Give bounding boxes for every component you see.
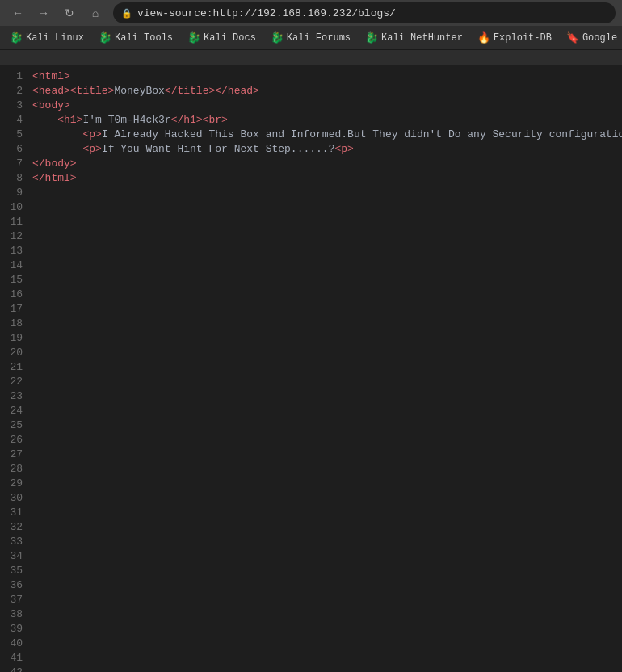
line-number-34: 34 xyxy=(0,549,32,564)
source-line-9: 9 xyxy=(0,186,622,200)
line-number-13: 13 xyxy=(0,244,32,258)
source-line-8: 8</html> xyxy=(0,171,622,186)
bookmark-exploit-db[interactable]: 🔥Exploit-DB xyxy=(471,28,558,48)
source-line-41: 41 xyxy=(0,651,622,666)
line-number-2: 2 xyxy=(0,84,32,99)
bookmark-label-kali-docs: Kali Docs xyxy=(204,32,256,44)
back-button[interactable]: ← xyxy=(6,3,29,23)
line-number-33: 33 xyxy=(0,535,32,549)
bookmark-label-kali-nethunter: Kali NetHunter xyxy=(381,32,463,44)
forward-button[interactable]: → xyxy=(32,3,55,23)
source-line-25: 25 xyxy=(0,418,622,433)
source-line-29: 29 xyxy=(0,477,622,491)
source-line-14: 14 xyxy=(0,258,622,273)
line-number-27: 27 xyxy=(0,447,32,462)
source-line-36: 36 xyxy=(0,578,622,593)
line-number-42: 42 xyxy=(0,666,32,672)
home-button[interactable]: ⌂ xyxy=(84,3,107,23)
line-content-1: <html> xyxy=(32,69,70,84)
bookmark-label-kali-linux: Kali Linux xyxy=(26,32,84,44)
line-number-28: 28 xyxy=(0,462,32,477)
bookmark-kali-tools[interactable]: 🐉Kali Tools xyxy=(92,28,179,48)
source-line-24: 24 xyxy=(0,404,622,418)
source-line-20: 20 xyxy=(0,346,622,360)
line-number-20: 20 xyxy=(0,346,32,360)
line-number-16: 16 xyxy=(0,288,32,302)
title-bar: ← → ↻ ⌂ 🔒 xyxy=(0,0,622,26)
address-bar-container: 🔒 xyxy=(113,2,616,23)
line-number-12: 12 xyxy=(0,229,32,244)
line-number-5: 5 xyxy=(0,128,32,142)
bookmark-label-kali-forums: Kali Forums xyxy=(287,32,351,44)
source-line-13: 13 xyxy=(0,244,622,258)
source-line-21: 21 xyxy=(0,360,622,375)
line-content-4: <h1>I'm T0m-H4ck3r</h1><br> xyxy=(32,113,228,128)
line-content-3: <body> xyxy=(32,99,70,113)
bookmark-kali-forums[interactable]: 🐉Kali Forums xyxy=(264,28,357,48)
line-number-8: 8 xyxy=(0,171,32,186)
line-content-7: </body> xyxy=(32,157,77,171)
bookmark-icon-kali-tools: 🐉 xyxy=(99,32,111,44)
source-line-11: 11 xyxy=(0,215,622,229)
line-number-19: 19 xyxy=(0,331,32,346)
reload-button[interactable]: ↻ xyxy=(58,3,81,23)
line-number-38: 38 xyxy=(0,607,32,622)
bookmark-icon-kali-linux: 🐉 xyxy=(10,32,23,44)
source-line-40: 40 xyxy=(0,636,622,651)
source-line-27: 27 xyxy=(0,447,622,462)
source-line-28: 28 xyxy=(0,462,622,477)
source-line-35: 35 xyxy=(0,564,622,578)
line-number-29: 29 xyxy=(0,477,32,491)
address-bar[interactable] xyxy=(137,7,607,19)
source-line-2: 2<head><title>MoneyBox</title></head> xyxy=(0,84,622,99)
line-number-24: 24 xyxy=(0,404,32,418)
source-line-32: 32 xyxy=(0,520,622,535)
line-number-31: 31 xyxy=(0,506,32,520)
source-line-42: 42 xyxy=(0,666,622,672)
bookmark-icon-kali-nethunter: 🐉 xyxy=(365,32,378,44)
line-number-9: 9 xyxy=(0,186,32,200)
line-number-26: 26 xyxy=(0,433,32,447)
line-content-6: <p>If You Want Hint For Next Step......?… xyxy=(32,142,354,157)
bookmark-kali-docs[interactable]: 🐉Kali Docs xyxy=(181,28,263,48)
line-number-37: 37 xyxy=(0,593,32,607)
source-line-22: 22 xyxy=(0,375,622,389)
line-number-15: 15 xyxy=(0,273,32,288)
source-line-26: 26 xyxy=(0,433,622,447)
source-line-12: 12 xyxy=(0,229,622,244)
line-number-41: 41 xyxy=(0,651,32,666)
source-line-6: 6 <p>If You Want Hint For Next Step.....… xyxy=(0,142,622,157)
source-line-5: 5 <p>I Already Hacked This Box and Infor… xyxy=(0,128,622,142)
source-line-19: 19 xyxy=(0,331,622,346)
source-line-38: 38 xyxy=(0,607,622,622)
line-number-14: 14 xyxy=(0,258,32,273)
bookmark-label-google-hacking: Google Hacking DB xyxy=(582,32,622,44)
bookmark-kali-nethunter[interactable]: 🐉Kali NetHunter xyxy=(359,28,469,48)
source-line-37: 37 xyxy=(0,593,622,607)
line-number-23: 23 xyxy=(0,389,32,404)
line-number-4: 4 xyxy=(0,113,32,128)
bookmark-kali-linux[interactable]: 🐉Kali Linux xyxy=(3,28,90,48)
line-number-21: 21 xyxy=(0,360,32,375)
line-number-6: 6 xyxy=(0,142,32,157)
bookmark-label-exploit-db: Exploit-DB xyxy=(494,32,552,44)
line-number-7: 7 xyxy=(0,157,32,171)
line-number-25: 25 xyxy=(0,418,32,433)
bookmarks-bar: 🐉Kali Linux🐉Kali Tools🐉Kali Docs🐉Kali Fo… xyxy=(0,26,622,50)
line-content-8: </html> xyxy=(32,171,77,186)
source-line-7: 7</body> xyxy=(0,157,622,171)
bookmark-google-hacking[interactable]: 🔖Google Hacking DB xyxy=(560,28,622,48)
line-number-32: 32 xyxy=(0,520,32,535)
bookmark-icon-exploit-db: 🔥 xyxy=(477,32,490,44)
source-view: 1<html>2<head><title>MoneyBox</title></h… xyxy=(0,65,622,672)
line-number-10: 10 xyxy=(0,200,32,215)
line-number-30: 30 xyxy=(0,491,32,506)
source-line-10: 10 xyxy=(0,200,622,215)
lock-icon: 🔒 xyxy=(121,8,132,19)
line-number-1: 1 xyxy=(0,69,32,84)
line-number-22: 22 xyxy=(0,375,32,389)
line-content-2: <head><title>MoneyBox</title></head> xyxy=(32,84,259,99)
nav-buttons: ← → ↻ ⌂ xyxy=(6,3,107,23)
line-number-40: 40 xyxy=(0,636,32,651)
line-content-5: <p>I Already Hacked This Box and Informe… xyxy=(32,128,622,142)
